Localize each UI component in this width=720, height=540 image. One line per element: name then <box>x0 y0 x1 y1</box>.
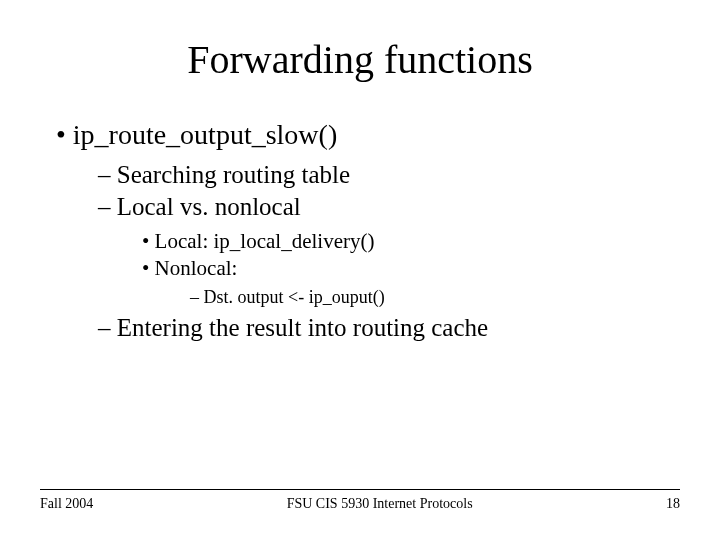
slide-title: Forwarding functions <box>56 36 664 83</box>
footer-center: FSU CIS 5930 Internet Protocols <box>93 496 666 512</box>
slide: Forwarding functions ip_route_output_slo… <box>0 0 720 540</box>
bullet-list-lvl3: Local: ip_local_delivery() Nonlocal: Dst… <box>98 229 664 308</box>
bullet-text: Dst. output <- ip_ouput() <box>204 287 385 307</box>
slide-footer: Fall 2004 FSU CIS 5930 Internet Protocol… <box>0 489 720 512</box>
bullet-lvl2: Searching routing table <box>98 161 664 189</box>
footer-divider <box>40 489 680 490</box>
bullet-lvl2: Local vs. nonlocal Local: ip_local_deliv… <box>98 193 664 308</box>
bullet-text: Searching routing table <box>117 161 350 188</box>
bullet-lvl2: Entering the result into routing cache <box>98 314 664 342</box>
footer-row: Fall 2004 FSU CIS 5930 Internet Protocol… <box>40 496 680 512</box>
bullet-text: ip_route_output_slow() <box>73 119 337 150</box>
bullet-lvl3: Local: ip_local_delivery() <box>142 229 664 254</box>
bullet-text: Local: ip_local_delivery() <box>155 229 375 253</box>
footer-left: Fall 2004 <box>40 496 93 512</box>
bullet-lvl3: Nonlocal: Dst. output <- ip_ouput() <box>142 256 664 308</box>
bullet-list: ip_route_output_slow() Searching routing… <box>56 119 664 342</box>
bullet-lvl1: ip_route_output_slow() Searching routing… <box>56 119 664 342</box>
bullet-text: Local vs. nonlocal <box>117 193 301 220</box>
slide-number: 18 <box>666 496 680 512</box>
bullet-list-lvl2: Searching routing table Local vs. nonloc… <box>56 161 664 342</box>
bullet-text: Entering the result into routing cache <box>117 314 488 341</box>
bullet-text: Nonlocal: <box>155 256 238 280</box>
bullet-lvl4: Dst. output <- ip_ouput() <box>190 287 664 308</box>
bullet-list-lvl4: Dst. output <- ip_ouput() <box>142 287 664 308</box>
